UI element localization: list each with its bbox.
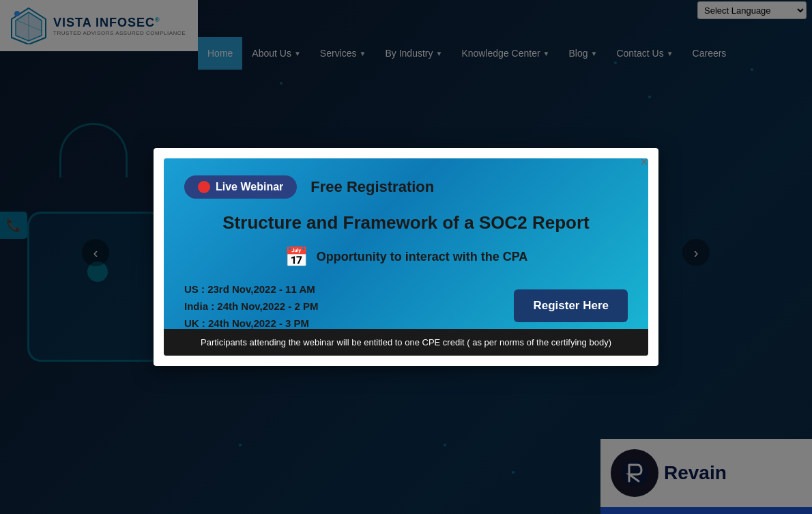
dates-list: US : 23rd Nov,2022 - 11 AM India : 24th … [184, 283, 318, 329]
dates-register-row: US : 23rd Nov,2022 - 11 AM India : 24th … [184, 283, 628, 329]
webinar-modal: × Live Webinar Free Registration Structu… [154, 148, 658, 367]
webinar-banner: Live Webinar Free Registration Structure… [164, 158, 648, 356]
live-dot [198, 181, 210, 193]
modal-overlay: × Live Webinar Free Registration Structu… [0, 0, 812, 514]
calendar-icon: 📅 [285, 246, 308, 268]
modal-close-button[interactable]: × [640, 155, 648, 169]
free-registration-label: Free Registration [310, 178, 434, 196]
live-webinar-label: Live Webinar [216, 181, 283, 193]
opportunity-text: Opportunity to interact with the CPA [317, 250, 528, 264]
banner-top-row: Live Webinar Free Registration [184, 175, 628, 199]
date-us: US : 23rd Nov,2022 - 11 AM [184, 283, 318, 295]
date-uk: UK : 24th Nov,2022 - 3 PM [184, 317, 318, 329]
register-here-button[interactable]: Register Here [514, 289, 628, 322]
webinar-title: Structure and Framework of a SOC2 Report [184, 212, 628, 233]
webinar-footer: Participants attending the webinar will … [164, 329, 648, 356]
date-india: India : 24th Nov,2022 - 2 PM [184, 300, 318, 312]
opportunity-row: 📅 Opportunity to interact with the CPA [184, 246, 628, 268]
live-webinar-badge: Live Webinar [184, 175, 297, 199]
